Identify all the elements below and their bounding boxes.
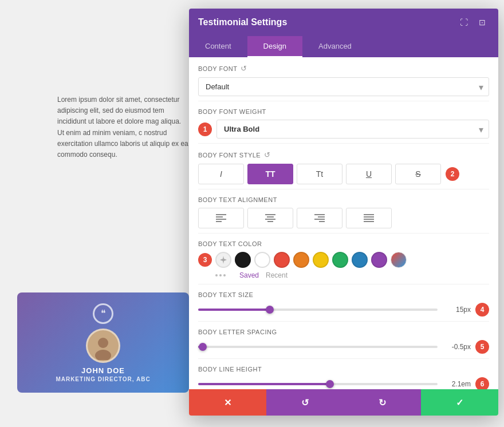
body-font-style-label: Body Font Style ↺ [198, 151, 489, 159]
svg-rect-12 [318, 216, 325, 218]
badge-5: 5 [475, 340, 489, 354]
color-row-top: 3 [198, 252, 489, 268]
line-height-row: 2.1em 6 [198, 377, 489, 389]
undo-button[interactable]: ↺ [266, 389, 344, 416]
body-font-select[interactable]: Default [198, 77, 489, 96]
svg-rect-11 [314, 214, 325, 215]
svg-rect-7 [265, 214, 275, 215]
svg-rect-15 [364, 214, 374, 215]
letter-spacing-slider-track[interactable] [198, 346, 438, 348]
svg-rect-16 [364, 216, 374, 218]
quote-icon: ❝ [93, 303, 113, 324]
svg-rect-18 [364, 221, 374, 222]
badge-3: 3 [198, 253, 212, 267]
color-saved-recent: Saved Recent [239, 271, 288, 279]
font-style-row: I TT Tt U S 2 [198, 164, 489, 184]
line-height-value: 2.1em [442, 380, 471, 388]
tab-advanced[interactable]: Advanced [302, 36, 368, 57]
body-font-style-reset-icon[interactable]: ↺ [264, 151, 271, 159]
modal-body: Body Font ↺ Default ▾ Body Font Weight 1… [189, 57, 498, 389]
testimonial-settings-modal: Testimonial Settings ⛶ ⊡ Content Design … [189, 9, 498, 416]
svg-rect-4 [216, 216, 223, 218]
svg-rect-8 [267, 216, 274, 218]
svg-point-1 [98, 338, 108, 348]
body-font-weight-section: Body Font Weight 1 Ultra Bold ▾ [198, 101, 489, 144]
svg-rect-17 [364, 219, 374, 220]
body-text-color-label: Body Text Color [198, 240, 489, 247]
tab-design[interactable]: Design [247, 36, 302, 57]
tabs: Content Design Advanced [189, 36, 498, 57]
line-height-slider-fill [198, 383, 330, 385]
redo-button[interactable]: ↻ [344, 389, 421, 416]
body-text-size-label: Body Text Size [198, 291, 489, 298]
recent-tab[interactable]: Recent [266, 271, 288, 279]
cancel-button[interactable]: ✕ [189, 389, 266, 416]
color-yellow[interactable] [313, 252, 329, 268]
color-gradient[interactable] [391, 252, 407, 268]
text-size-row: 15px 4 [198, 303, 489, 317]
person-name: JOHN DOE [81, 366, 125, 375]
text-size-slider-thumb[interactable] [266, 306, 274, 314]
align-right-button[interactable] [297, 208, 342, 228]
text-size-value: 15px [442, 306, 471, 314]
body-font-weight-select[interactable]: Ultra Bold [216, 120, 489, 139]
modal-title: Testimonial Settings [198, 17, 287, 27]
underline-button[interactable]: U [346, 164, 392, 184]
expand-icon[interactable]: ⊡ [475, 15, 489, 29]
body-font-style-section: Body Font Style ↺ I TT Tt U S 2 [198, 144, 489, 189]
line-height-slider-track[interactable] [198, 383, 438, 385]
strikethrough-button[interactable]: S [395, 164, 441, 184]
italic-button[interactable]: I [198, 164, 244, 184]
avatar [86, 329, 120, 363]
more-options-dots[interactable] [215, 272, 226, 279]
bold-button[interactable]: TT [247, 164, 293, 184]
color-orange[interactable] [293, 252, 309, 268]
color-tabs-row: Saved Recent [198, 271, 489, 279]
align-justify-button[interactable] [346, 208, 392, 228]
lorem-text: Lorem ipsum dolor sit amet, consectetur … [57, 94, 189, 160]
line-height-slider-thumb[interactable] [326, 380, 334, 388]
color-red[interactable] [274, 252, 290, 268]
font-style-buttons: I TT Tt U S [198, 164, 441, 184]
body-text-alignment-section: Body Text Alignment [198, 189, 489, 234]
font-weight-row: 1 Ultra Bold ▾ [198, 120, 489, 139]
svg-rect-6 [216, 221, 222, 222]
align-center-button[interactable] [247, 208, 293, 228]
color-picker-swatch[interactable] [215, 252, 231, 268]
svg-rect-14 [319, 221, 325, 222]
svg-rect-3 [216, 214, 226, 215]
body-text-color-section: Body Text Color 3 [198, 234, 489, 284]
body-letter-spacing-label: Body Letter Spacing [198, 329, 489, 335]
modal-header: Testimonial Settings ⛶ ⊡ [189, 9, 498, 36]
body-font-label: Body Font ↺ [198, 64, 489, 73]
caps-button[interactable]: Tt [297, 164, 342, 184]
svg-rect-10 [267, 221, 273, 222]
align-left-button[interactable] [198, 208, 244, 228]
badge-6: 6 [475, 377, 489, 389]
body-text-alignment-label: Body Text Alignment [198, 196, 489, 203]
resize-icon[interactable]: ⛶ [457, 15, 471, 29]
body-font-section: Body Font ↺ Default ▾ [198, 57, 489, 101]
svg-rect-13 [314, 219, 325, 220]
tab-content[interactable]: Content [189, 36, 247, 57]
body-font-weight-label: Body Font Weight [198, 108, 489, 115]
confirm-button[interactable]: ✓ [421, 389, 498, 416]
color-black[interactable] [235, 252, 251, 268]
letter-spacing-slider-thumb[interactable] [199, 343, 207, 351]
testimonial-card: ❝ JOHN DOE MARKETING DIRECTOR, ABC [17, 292, 189, 393]
svg-rect-9 [265, 219, 275, 220]
color-white[interactable] [254, 252, 270, 268]
color-green[interactable] [332, 252, 348, 268]
color-blue[interactable] [352, 252, 368, 268]
body-font-reset-icon[interactable]: ↺ [241, 64, 247, 73]
saved-tab[interactable]: Saved [239, 271, 259, 279]
color-purple[interactable] [371, 252, 387, 268]
body-line-height-label: Body Line Height [198, 366, 489, 373]
svg-rect-5 [216, 219, 226, 220]
body-font-weight-select-wrapper: Ultra Bold ▾ [216, 120, 489, 139]
align-buttons [198, 208, 489, 228]
text-size-slider-track[interactable] [198, 309, 438, 311]
body-font-select-wrapper: Default ▾ [198, 77, 489, 96]
header-icons: ⛶ ⊡ [457, 15, 489, 29]
body-letter-spacing-section: Body Letter Spacing -0.5px 5 [198, 322, 489, 359]
